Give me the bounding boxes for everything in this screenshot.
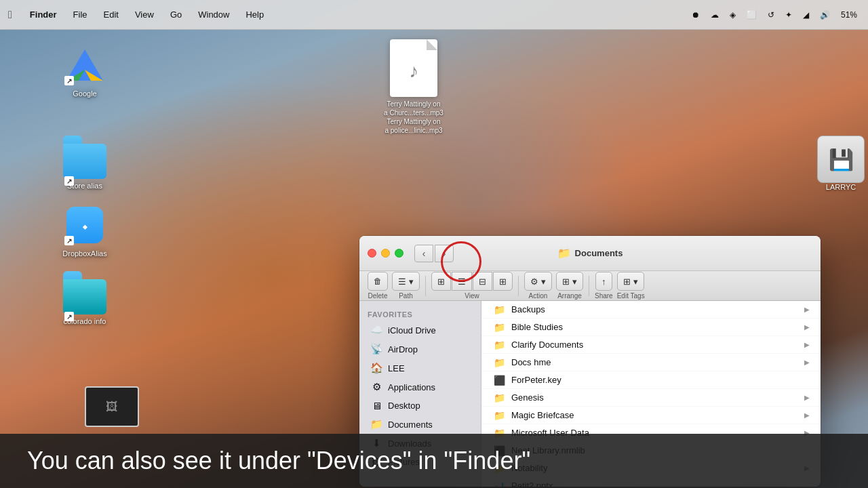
battery-pct: 51% bbox=[838, 9, 860, 21]
edit-tags-label: Edit Tags bbox=[617, 292, 645, 300]
time-machine-icon[interactable]: ↺ bbox=[765, 9, 777, 21]
menubar:  Finder File Edit View Go Window Help ⏺… bbox=[0, 0, 868, 30]
path-label: Path bbox=[399, 292, 413, 300]
path-toolbar-group: ☰ ▾ Path bbox=[392, 272, 420, 300]
documents-folder-icon: 📁 bbox=[557, 247, 571, 260]
minimize-button[interactable] bbox=[381, 249, 390, 258]
path-dropdown-icon: ▾ bbox=[409, 277, 414, 287]
file-type-icon: 📁 bbox=[492, 340, 506, 350]
back-button[interactable]: ‹ bbox=[414, 245, 433, 262]
tags-icon: ⊞ bbox=[623, 277, 631, 287]
gear-icon: ⚙ bbox=[530, 277, 538, 287]
thumbnail-image: 🖼 bbox=[85, 386, 139, 427]
action-button[interactable]: ⚙ ▾ bbox=[524, 272, 552, 291]
table-row[interactable]: 📁Magic Briefcase▶ bbox=[481, 407, 821, 424]
colorado-folder-icon: ↗ bbox=[63, 271, 106, 314]
delete-icon: 🗑 bbox=[374, 277, 382, 286]
file-name-text: ForPeter.key bbox=[511, 375, 810, 385]
menu-go[interactable]: Go bbox=[163, 7, 189, 22]
menu-view[interactable]: View bbox=[128, 7, 161, 22]
desktop-icon-colorado[interactable]: ↗ colorado info bbox=[54, 271, 115, 326]
column-view-button[interactable]: ⊟ bbox=[473, 272, 492, 291]
sidebar-item-icloud[interactable]: ☁️ iCloud Drive bbox=[362, 321, 478, 340]
desktop-music-file[interactable]: ♪ Terry Mattingly on a Churc...ters...mp… bbox=[380, 39, 448, 135]
icloud-icon[interactable]: ☁ bbox=[708, 9, 722, 21]
path-button[interactable]: ☰ ▾ bbox=[392, 272, 420, 291]
table-row[interactable]: 📁Docs hme▶ bbox=[481, 354, 821, 371]
forward-button[interactable]: › bbox=[435, 245, 454, 262]
expand-arrow-icon: ▶ bbox=[804, 411, 810, 419]
sidebar-item-airdrop[interactable]: 📡 AirDrop bbox=[362, 340, 478, 359]
menu-finder[interactable]: Finder bbox=[23, 7, 64, 22]
table-row[interactable]: 📁Backups▶ bbox=[481, 301, 821, 319]
file-type-icon: ⬛ bbox=[492, 375, 506, 386]
edit-tags-button[interactable]: ⊞ ▾ bbox=[617, 272, 644, 291]
bluetooth-icon[interactable]: ✦ bbox=[783, 9, 795, 21]
file-name-text: Backups bbox=[511, 304, 804, 314]
maximize-button[interactable] bbox=[395, 249, 403, 258]
sidebar-item-documents[interactable]: 📁 Documents bbox=[362, 415, 478, 434]
share-button[interactable]: ↑ bbox=[595, 272, 612, 291]
apple-logo-icon[interactable]:  bbox=[8, 9, 12, 21]
dropbox-menubar-icon[interactable]: ◈ bbox=[727, 9, 738, 21]
lee-label: LEE bbox=[388, 363, 405, 373]
sidebar-item-applications[interactable]: ⚙ Applications bbox=[362, 378, 478, 396]
file-type-icon: 📁 bbox=[492, 357, 506, 368]
expand-arrow-icon: ▶ bbox=[804, 323, 810, 331]
desktop-icon-google[interactable]: ↗ Google bbox=[54, 43, 115, 98]
file-name-text: Clarify Documents bbox=[511, 340, 804, 350]
desktop-thumbnail[interactable]: 🖼 bbox=[81, 386, 142, 427]
music-label-3: Terry Mattingly on bbox=[384, 117, 443, 126]
table-row[interactable]: ⬛ForPeter.key bbox=[481, 371, 821, 389]
file-type-icon: 📁 bbox=[492, 392, 506, 403]
screen-icon[interactable]: ⬜ bbox=[744, 9, 760, 21]
arrange-button[interactable]: ⊞ ▾ bbox=[556, 272, 583, 291]
menu-help[interactable]: Help bbox=[239, 7, 271, 22]
menu-edit[interactable]: Edit bbox=[97, 7, 125, 22]
desktop-icon-store[interactable]: ↗ Store alias bbox=[54, 136, 115, 190]
larry-drive-label: LARRYC bbox=[826, 183, 856, 191]
google-drive-icon: ↗ bbox=[63, 43, 106, 87]
list-view-button[interactable]: ☰ bbox=[452, 272, 472, 291]
alias-arrow-colorado-icon: ↗ bbox=[64, 312, 74, 321]
documents-sidebar-icon: 📁 bbox=[370, 418, 382, 430]
sidebar-item-lee[interactable]: 🏠 LEE bbox=[362, 359, 478, 378]
view-label: View bbox=[465, 292, 479, 300]
finder-titlebar: ‹ › 📁 Documents bbox=[359, 236, 821, 271]
desktop-icon-larry[interactable]: 💾 LARRYC bbox=[814, 136, 868, 191]
close-button[interactable] bbox=[368, 249, 376, 258]
table-row[interactable]: 📁Bible Studies▶ bbox=[481, 319, 821, 336]
file-name-text: Docs hme bbox=[511, 357, 804, 367]
icon-view-button[interactable]: ⊞ bbox=[431, 272, 451, 291]
desktop-sidebar-label: Desktop bbox=[388, 401, 420, 411]
delete-button[interactable]: 🗑 bbox=[368, 272, 388, 291]
delete-label: Delete bbox=[368, 292, 388, 300]
table-row[interactable]: 📁Clarify Documents▶ bbox=[481, 336, 821, 354]
volume-icon[interactable]: 🔊 bbox=[817, 9, 833, 21]
share-label: Share bbox=[595, 292, 613, 300]
menu-file[interactable]: File bbox=[66, 7, 94, 22]
store-folder-icon: ↗ bbox=[63, 136, 106, 179]
menu-window[interactable]: Window bbox=[191, 7, 236, 22]
screen-record-icon[interactable]: ⏺ bbox=[689, 9, 703, 21]
file-type-icon: 📁 bbox=[492, 322, 506, 333]
caption-bar: You can also see it under "Devices" in "… bbox=[0, 434, 868, 488]
wifi-icon[interactable]: ◢ bbox=[800, 9, 812, 21]
action-toolbar-group: ⚙ ▾ Action bbox=[524, 272, 552, 300]
table-row[interactable]: 📁Genesis▶ bbox=[481, 389, 821, 407]
music-label-2: a Churc...ters...mp3 bbox=[384, 108, 443, 117]
nav-buttons: ‹ › bbox=[414, 245, 454, 262]
music-file-labels: Terry Mattingly on a Churc...ters...mp3 … bbox=[384, 100, 443, 135]
desktop-icon-dropbox[interactable]: ⬩ ↗ DropboxAlias bbox=[54, 203, 115, 258]
music-label-1: Terry Mattingly on bbox=[384, 100, 443, 108]
menubar-right: ⏺ ☁ ◈ ⬜ ↺ ✦ ◢ 🔊 51% bbox=[689, 9, 860, 21]
expand-arrow-icon: ▶ bbox=[804, 359, 810, 366]
dropbox-icon: ⬩ ↗ bbox=[63, 203, 106, 247]
window-title: 📁 Documents bbox=[557, 247, 623, 260]
file-name-text: Bible Studies bbox=[511, 322, 804, 332]
cover-flow-button[interactable]: ⊞ bbox=[493, 272, 513, 291]
expand-arrow-icon: ▶ bbox=[804, 306, 810, 313]
sidebar-item-desktop[interactable]: 🖥 Desktop bbox=[362, 396, 478, 415]
desktop-sidebar-icon: 🖥 bbox=[370, 400, 382, 411]
edit-tags-toolbar-group: ⊞ ▾ Edit Tags bbox=[617, 272, 645, 300]
